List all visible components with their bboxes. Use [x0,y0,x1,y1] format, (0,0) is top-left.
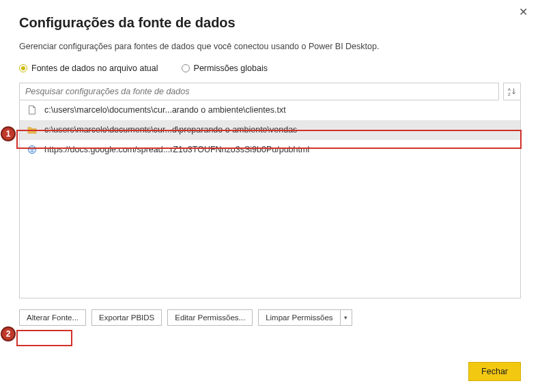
list-item[interactable]: https://docs.google.com/spread...rZ1o3TO… [20,140,520,160]
dialog-content: Configurações da fonte de dados Gerencia… [0,0,540,338]
clear-permissions-split-button: Limpar Permissões ▾ [258,309,352,326]
svg-text:Z: Z [508,92,511,96]
svg-text:A: A [508,87,511,92]
export-pbids-button[interactable]: Exportar PBIDS [91,309,162,326]
dialog-subtitle: Gerenciar configurações para fontes de d… [19,42,521,51]
edit-permissions-button[interactable]: Editar Permissões... [167,309,253,326]
list-item[interactable]: c:\users\marcelo\documents\cur...d\prepa… [20,120,520,140]
source-path: c:\users\marcelo\documents\cur...d\prepa… [44,125,297,135]
annotation-callout-1: 1 [1,126,16,141]
dialog-footer: Fechar [468,362,521,381]
radio-button-icon [19,64,27,72]
radio-global-permissions[interactable]: Permissões globais [182,64,268,73]
sort-az-icon: A Z [507,87,517,96]
folder-icon [27,124,38,135]
data-source-list[interactable]: c:\users\marcelo\documents\cur...arando … [19,100,521,298]
file-icon [27,104,38,115]
radio-button-icon [182,64,190,72]
change-source-button[interactable]: Alterar Fonte... [19,309,86,326]
close-button[interactable]: Fechar [468,362,521,381]
search-row: A Z [19,83,521,100]
clear-permissions-button[interactable]: Limpar Permissões [258,309,339,326]
list-item[interactable]: c:\users\marcelo\documents\cur...arando … [20,100,520,120]
chevron-down-icon: ▾ [344,314,347,321]
close-icon[interactable]: ✕ [515,4,532,20]
source-path: https://docs.google.com/spread...rZ1o3TO… [44,145,309,154]
source-path: c:\users\marcelo\documents\cur...arando … [44,105,286,115]
scope-radio-group: Fontes de dados no arquivo atual Permiss… [19,64,521,73]
web-icon [27,144,38,155]
radio-label: Fontes de dados no arquivo atual [31,64,158,73]
clear-permissions-dropdown[interactable]: ▾ [340,309,352,326]
sort-button[interactable]: A Z [503,83,521,100]
dialog-title: Configurações da fonte de dados [19,15,521,31]
annotation-callout-2: 2 [1,326,16,341]
radio-label: Permissões globais [194,64,268,73]
radio-current-file[interactable]: Fontes de dados no arquivo atual [19,64,158,73]
search-input[interactable] [19,83,499,100]
action-button-row: Alterar Fonte... Exportar PBIDS Editar P… [19,309,521,326]
